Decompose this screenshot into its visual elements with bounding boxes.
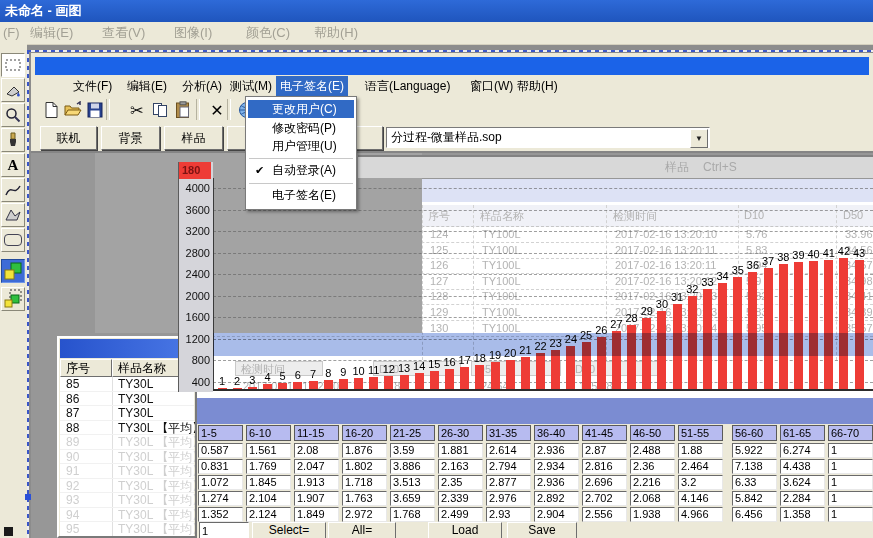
sample-list-row[interactable]: 90TY30L 【平均】: [60, 450, 194, 465]
grid-cell[interactable]: 0.831: [198, 459, 243, 474]
grid-cell[interactable]: 2.068: [630, 491, 675, 506]
grid-cell[interactable]: 2.904: [534, 507, 579, 522]
grid-cell[interactable]: 4.438: [780, 459, 825, 474]
grid-header-cell[interactable]: 1-5: [198, 425, 243, 441]
sample-list-row[interactable]: 95TY30L 【平均】: [60, 522, 194, 537]
copy-icon[interactable]: [149, 99, 171, 121]
grid-cell[interactable]: 2.816: [582, 459, 627, 474]
grid-cell[interactable]: 0.587: [198, 443, 243, 458]
grid-cell[interactable]: 1.88: [678, 443, 723, 458]
action-button-1[interactable]: 联机: [40, 126, 97, 150]
grid-header-cell[interactable]: 41-45: [582, 425, 627, 441]
grid-header-cell[interactable]: 46-50: [630, 425, 675, 441]
grid-cell[interactable]: 2.892: [534, 491, 579, 506]
grid-cell[interactable]: 2.216: [630, 475, 675, 490]
grid-cell[interactable]: 3.513: [390, 475, 435, 490]
grid-cell[interactable]: 2.702: [582, 491, 627, 506]
grid-cell[interactable]: 1: [828, 491, 873, 506]
user-menu-item[interactable]: 更改用户(C): [248, 100, 354, 118]
grid-cell[interactable]: 2.488: [630, 443, 675, 458]
grid-cell[interactable]: 2.36: [630, 459, 675, 474]
tool-rounded-rect-icon[interactable]: [1, 228, 25, 252]
sample-list-row[interactable]: 86TY30L: [60, 392, 194, 407]
sop-combobox[interactable]: 分过程-微量样品.sop ▼: [386, 127, 710, 148]
sample-list-row[interactable]: 91TY30L 【平均】: [60, 464, 194, 479]
grid-cell[interactable]: 5.842: [732, 491, 777, 506]
grid-cell[interactable]: 1.849: [294, 507, 339, 522]
selection-marquee-top[interactable]: [27, 50, 873, 52]
grid-header-cell[interactable]: 11-15: [294, 425, 339, 441]
grid-cell[interactable]: 2.936: [534, 443, 579, 458]
grid-cell[interactable]: 5.922: [732, 443, 777, 458]
grid-cell[interactable]: 6.274: [780, 443, 825, 458]
grid-cell[interactable]: 3.624: [780, 475, 825, 490]
grid-cell[interactable]: 7.138: [732, 459, 777, 474]
tool-text-icon[interactable]: A: [1, 153, 25, 177]
grid-cell[interactable]: 2.934: [534, 459, 579, 474]
grid-cell[interactable]: 2.08: [294, 443, 339, 458]
tool-curve-icon[interactable]: [1, 178, 25, 202]
grid-header-cell[interactable]: 6-10: [246, 425, 291, 441]
tool-cube-3d-outline-icon[interactable]: [1, 287, 25, 311]
tool-cube-3d-icon[interactable]: [1, 259, 25, 283]
grid-cell[interactable]: 3.59: [390, 443, 435, 458]
grid-cell[interactable]: 1.072: [198, 475, 243, 490]
grid-button-select[interactable]: Select=: [252, 522, 326, 538]
tool-magnifier-icon[interactable]: [1, 103, 25, 127]
grid-header-cell[interactable]: 26-30: [438, 425, 483, 441]
grid-cell[interactable]: 1: [828, 443, 873, 458]
grid-cell[interactable]: 2.87: [582, 443, 627, 458]
grid-cell[interactable]: 2.936: [534, 475, 579, 490]
sample-list-row[interactable]: 89TY30L 【平均】: [60, 435, 194, 450]
action-button-3[interactable]: 样品: [164, 126, 223, 150]
grid-cell[interactable]: 1.274: [198, 491, 243, 506]
grid-cell[interactable]: 1.358: [780, 507, 825, 522]
new-document-icon[interactable]: [40, 99, 62, 121]
grid-cell[interactable]: 1.352: [198, 507, 243, 522]
grid-cell[interactable]: 1.938: [630, 507, 675, 522]
tool-polygon-icon[interactable]: [1, 203, 25, 227]
grid-header-cell[interactable]: 61-65: [780, 425, 825, 441]
grid-cell[interactable]: 2.93: [486, 507, 531, 522]
sample-list-row[interactable]: 92TY30L 【平均】: [60, 479, 194, 494]
grid-cell[interactable]: 6.33: [732, 475, 777, 490]
grid-header-cell[interactable]: 16-20: [342, 425, 387, 441]
selection-marquee-left[interactable]: [27, 50, 29, 538]
sample-list-row[interactable]: 85TY30L: [60, 377, 194, 392]
app-menu-item[interactable]: 编辑(E): [123, 76, 171, 96]
user-menu-item[interactable]: ✔自动登录(A): [248, 161, 354, 179]
grid-button-all[interactable]: All=: [328, 522, 396, 538]
grid-cell[interactable]: 1: [828, 507, 873, 522]
app-menu-item[interactable]: 电子签名(E): [276, 76, 348, 96]
row-number-input[interactable]: [199, 522, 249, 538]
grid-cell[interactable]: 1.881: [438, 443, 483, 458]
grid-cell[interactable]: 4.146: [678, 491, 723, 506]
selection-handle[interactable]: [25, 494, 31, 500]
combobox-dropdown-arrow-icon[interactable]: ▼: [690, 129, 708, 148]
app-menu-item[interactable]: 窗口(W): [466, 76, 517, 96]
paint-menu-item[interactable]: 图像(I): [174, 22, 212, 44]
grid-cell[interactable]: 2.284: [780, 491, 825, 506]
paint-menu-item[interactable]: 编辑(E): [30, 22, 73, 44]
grid-button-save[interactable]: Save: [507, 522, 577, 538]
sample-list-row[interactable]: 93TY30L 【平均】: [60, 493, 194, 508]
paint-menu-item[interactable]: (F): [3, 22, 20, 44]
grid-cell[interactable]: 1.802: [342, 459, 387, 474]
grid-header-cell[interactable]: 31-35: [486, 425, 531, 441]
grid-cell[interactable]: 2.124: [246, 507, 291, 522]
grid-cell[interactable]: 2.696: [582, 475, 627, 490]
grid-cell[interactable]: 1: [828, 475, 873, 490]
save-icon[interactable]: [84, 99, 106, 121]
app-menu-item[interactable]: 帮助(H): [513, 76, 562, 96]
grid-cell[interactable]: 2.047: [294, 459, 339, 474]
grid-cell[interactable]: 2.976: [486, 491, 531, 506]
grid-cell[interactable]: 1.876: [342, 443, 387, 458]
grid-header-cell[interactable]: 66-70: [828, 425, 873, 441]
app-menu-item[interactable]: 文件(F): [69, 76, 116, 96]
grid-cell[interactable]: 2.877: [486, 475, 531, 490]
grid-cell[interactable]: 6.456: [732, 507, 777, 522]
grid-cell[interactable]: 1.907: [294, 491, 339, 506]
grid-cell[interactable]: 2.35: [438, 475, 483, 490]
app-menu-item[interactable]: 分析(A): [178, 76, 226, 96]
app-menu-item[interactable]: 语言(Language): [361, 76, 454, 96]
